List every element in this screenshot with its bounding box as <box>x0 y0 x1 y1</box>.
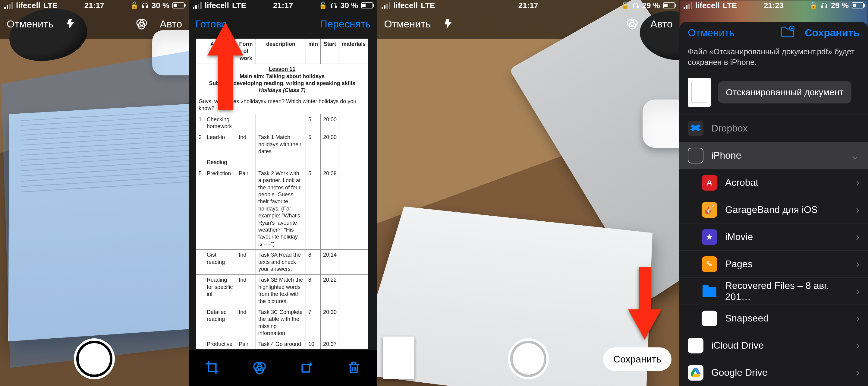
snapseed-icon: ✿ <box>702 310 717 326</box>
pages-icon: ✎ <box>702 256 717 272</box>
battery-percent: 29 % <box>831 1 849 10</box>
flash-icon[interactable] <box>65 18 78 30</box>
sheet-navbar: Отменить Сохранить <box>679 22 868 44</box>
chevron-right-icon: › <box>856 258 860 270</box>
lock-icon: 🔓 <box>809 1 818 9</box>
lock-icon: 🔓 <box>621 1 629 9</box>
scan-navbar: Отменить Авто <box>377 11 679 37</box>
save-message: Файл «Отсканированный документ.pdf» буде… <box>679 44 868 73</box>
location-gdrive[interactable]: Google Drive › <box>679 359 868 386</box>
filename-field[interactable]: Отсканированный документ <box>718 81 851 103</box>
status-bar: lifecell LTE 21:17 🔓 30 % <box>189 0 377 11</box>
svg-rect-16 <box>822 6 823 8</box>
carrier-label: lifecell <box>205 1 229 10</box>
file-thumbnail <box>688 78 711 107</box>
folder-recovered[interactable]: Recovered Files – 8 авг. 201… › <box>679 277 868 304</box>
edit-toolbar <box>189 350 377 386</box>
acrobat-icon: A <box>702 175 717 190</box>
imovie-icon: ★ <box>702 229 717 245</box>
folder-pages[interactable]: ✎ Pages › <box>679 250 868 277</box>
icloud-icon: ☁︎ <box>688 338 704 353</box>
file-row: Отсканированный документ <box>679 73 868 115</box>
network-label: LTE <box>421 1 435 10</box>
lock-icon: 🔓 <box>130 1 138 9</box>
svg-rect-11 <box>633 6 634 8</box>
chevron-right-icon: › <box>856 176 860 189</box>
status-bar: lifecell LTE 21:17 🔓 29 % <box>377 0 679 11</box>
save-sheet: Отменить Сохранить Файл «Отсканированный… <box>679 22 868 386</box>
headphones-icon <box>821 2 828 9</box>
clock: 21:17 <box>518 1 538 10</box>
gdrive-icon <box>688 365 704 381</box>
trash-icon[interactable] <box>346 360 361 376</box>
scan-detection-overlay <box>1 45 189 368</box>
clock: 21:17 <box>273 1 293 10</box>
headphones-icon <box>632 2 639 9</box>
svg-rect-5 <box>331 6 332 8</box>
carrier-label: lifecell <box>695 1 720 10</box>
folder-snapseed[interactable]: ✿ Snapseed › <box>679 304 868 332</box>
svg-rect-0 <box>142 6 144 8</box>
shutter-button[interactable] <box>510 341 547 377</box>
save-button[interactable]: Сохранить <box>603 347 672 371</box>
clock: 21:17 <box>84 1 104 10</box>
new-folder-icon[interactable] <box>781 26 795 39</box>
flash-icon[interactable] <box>443 18 455 30</box>
cancel-button[interactable]: Отменить <box>7 18 53 30</box>
cancel-button[interactable]: Отменить <box>688 27 735 38</box>
chevron-right-icon: › <box>856 285 860 298</box>
clock: 21:23 <box>764 1 784 10</box>
iphone-icon <box>688 148 704 164</box>
network-label: LTE <box>43 1 58 10</box>
status-bar: lifecell LTE 21:23 🔓 29 % <box>679 0 868 11</box>
annotation-arrow-down <box>628 267 661 341</box>
battery-icon <box>361 2 373 8</box>
svg-rect-12 <box>637 6 638 8</box>
scan-thumbnail[interactable] <box>383 336 414 379</box>
chevron-right-icon: › <box>856 204 860 216</box>
headphones-icon <box>141 2 149 9</box>
auto-button[interactable]: Авто <box>160 18 182 30</box>
garageband-icon: 🎸 <box>702 202 717 218</box>
svg-rect-1 <box>147 6 148 8</box>
screenshot-2-crop-preview: lifecell LTE 21:17 🔓 30 % Готово Пересня… <box>189 0 377 386</box>
filters-icon[interactable] <box>135 18 148 30</box>
auto-button[interactable]: Авто <box>650 18 673 30</box>
svg-rect-17 <box>826 6 827 8</box>
battery-percent: 30 % <box>340 1 358 10</box>
screenshot-4-files-sheet: lifecell LTE 21:23 🔓 29 % Отменить Сохра… <box>679 0 868 386</box>
svg-rect-10 <box>302 364 310 372</box>
chevron-right-icon: › <box>856 231 860 243</box>
lock-icon: 🔓 <box>319 1 327 9</box>
location-iphone[interactable]: iPhone ⌄ <box>679 142 868 169</box>
chevron-right-icon: › <box>856 339 860 352</box>
network-label: LTE <box>723 1 737 10</box>
airpods-case <box>643 99 679 148</box>
chevron-down-icon: ⌄ <box>850 149 860 162</box>
battery-icon <box>852 2 864 8</box>
headphones-icon <box>330 2 337 9</box>
cancel-button[interactable]: Отменить <box>384 18 431 30</box>
battery-percent: 30 % <box>152 1 169 10</box>
status-bar: lifecell LTE 21:17 🔓 30 % <box>0 0 189 11</box>
location-dropbox[interactable]: Dropbox <box>679 115 868 142</box>
filters-icon[interactable] <box>252 360 267 376</box>
folder-acrobat[interactable]: A Acrobat › <box>679 169 868 196</box>
save-button[interactable]: Сохранить <box>805 27 860 38</box>
rotate-icon[interactable] <box>299 360 314 376</box>
folder-garageband[interactable]: 🎸 GarageBand для iOS › <box>679 196 868 223</box>
filters-icon[interactable] <box>626 18 638 30</box>
folder-icon <box>702 284 717 299</box>
retake-button[interactable]: Переснять <box>320 18 371 30</box>
signal-icon <box>381 2 390 9</box>
annotation-arrow-up <box>207 22 244 111</box>
folder-imovie[interactable]: ★ iMovie › <box>679 223 868 250</box>
signal-icon <box>4 2 13 9</box>
chevron-right-icon: › <box>856 312 860 325</box>
signal-icon <box>684 2 692 9</box>
chevron-right-icon: › <box>856 366 860 379</box>
dropbox-icon <box>688 121 704 136</box>
crop-icon[interactable] <box>205 360 220 376</box>
location-icloud[interactable]: ☁︎ iCloud Drive › <box>679 332 868 359</box>
shutter-button[interactable] <box>76 341 113 377</box>
